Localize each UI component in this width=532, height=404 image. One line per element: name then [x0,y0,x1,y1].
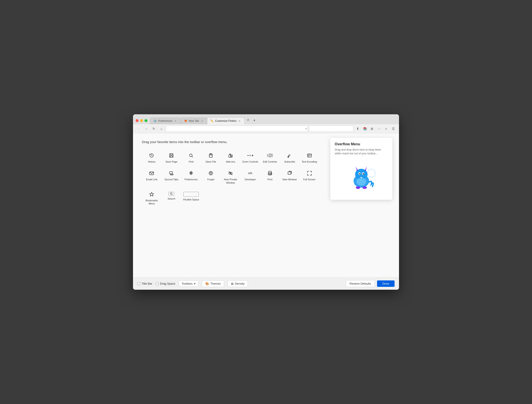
svg-point-63 [360,179,362,181]
more-tools-button[interactable]: » [383,126,389,132]
item-history[interactable]: History [142,150,162,166]
svg-point-33 [210,172,212,174]
tab-customize-title: Customize Firefox [215,119,237,122]
done-button[interactable]: Done [377,280,395,287]
home-button[interactable]: ⌂ [158,126,165,132]
tab-preferences[interactable]: ⚙️ Preferences ✕ [150,117,181,124]
item-new-private-window[interactable]: New Private Window [221,168,241,187]
tab-new-tab[interactable]: 🦊 New Tab ✕ [181,117,207,124]
toolbars-chevron-icon: ▾ [194,282,196,285]
item-new-window[interactable]: New Window [280,168,300,187]
title-bar-checkbox[interactable] [137,282,140,285]
item-developer[interactable]: Developer [240,168,260,187]
svg-rect-39 [269,171,271,173]
svg-rect-29 [170,174,173,175]
main-content: Drag your favorite items into the toolba… [133,133,399,277]
svg-point-61 [356,186,360,189]
density-button[interactable]: ⊞ Density [228,280,248,287]
item-subscribe[interactable]: Subscribe [280,150,300,166]
item-text-encoding[interactable]: Text Encoding [300,150,319,166]
toolbars-dropdown[interactable]: Toolbars ▾ [179,280,199,287]
back-button[interactable]: ← [136,126,142,132]
item-bookmarks-menu[interactable]: Bookmarks Menu [142,189,162,208]
svg-point-53 [359,173,360,175]
svg-point-59 [367,169,375,177]
overflow-mascot-area [335,160,388,195]
search-bar[interactable] [309,126,353,132]
item-email-link[interactable]: Email Link [142,168,162,187]
svg-rect-18 [269,154,271,157]
item-synced-tabs[interactable]: Synced Tabs [162,168,181,187]
item-print[interactable]: Print [260,168,280,187]
density-icon: ⊞ [231,282,234,285]
themes-label: Themes [210,282,221,285]
tab-customize-close[interactable]: ✕ [238,119,241,123]
item-open-file[interactable]: Open File [201,150,221,166]
tab-preferences-close[interactable]: ✕ [174,119,177,123]
item-forget[interactable]: Forget [201,168,221,187]
themes-icon: 🎨 [205,282,209,285]
maximize-button[interactable] [145,119,147,122]
addons-label: Add-ons [226,160,235,163]
app-menu-button[interactable]: ☰ [390,126,396,132]
subscribe-icon [287,153,292,159]
edit-controls-icon [267,153,273,159]
restore-defaults-button[interactable]: Restore Defaults [346,280,375,287]
item-preferences[interactable]: Preferences [181,168,201,187]
item-search[interactable]: Search [162,189,181,208]
forget-icon [208,171,213,177]
drag-space-checkbox-label[interactable]: Drag Space [156,282,175,285]
synced-tabs-button[interactable]: ⊞ [369,126,375,132]
item-save-page[interactable]: Save Page [162,150,181,166]
preferences-icon [189,171,193,177]
drag-space-checkbox[interactable] [156,282,159,285]
search-bar-wrapper: 🔍 [309,126,353,132]
item-zoom-controls[interactable]: Zoom Controls [240,150,260,166]
restore-defaults-label: Restore Defaults [350,282,371,285]
synced-tabs-label: Synced Tabs [165,178,179,181]
url-bar[interactable] [166,126,308,132]
svg-rect-28 [170,172,173,174]
themes-button[interactable]: 🎨 Themes [202,280,224,287]
minimize-button[interactable] [140,119,143,122]
new-private-window-icon [228,171,233,177]
new-tab-icon: 🦊 [184,119,187,122]
close-button[interactable] [136,119,139,122]
preferences-item-label: Preferences [185,178,198,181]
toolbar-right-icons: ⬇ 📚 ⊞ ··· » ☰ [355,126,396,132]
title-bar-checkbox-label[interactable]: Title Bar [137,282,152,285]
title-bar-label: Title Bar [142,282,152,285]
tab-customize[interactable]: ✏️ Customize Firefox ✕ [207,117,245,124]
overflow-panel-description: Drag and drop items here to keep them wi… [335,148,388,156]
forward-button[interactable]: → [143,126,149,132]
browser-window: ⚙️ Preferences ✕ 🦊 New Tab ✕ ✏️ Customiz… [133,114,399,290]
open-file-label: Open File [205,160,216,163]
svg-rect-24 [308,154,311,157]
subscribe-label: Subscribe [284,160,295,163]
synced-tabs-icon [169,171,174,177]
svg-point-55 [360,173,360,174]
history-label: History [148,160,155,163]
downloads-button[interactable]: ⬇ [355,126,361,132]
toolbars-label: Toolbars [182,282,193,285]
svg-rect-6 [209,154,212,157]
item-full-screen[interactable]: Full Screen [300,168,319,187]
bookmarks-menu-label: Bookmarks Menu [143,199,160,205]
full-screen-label: Full Screen [303,178,316,181]
svg-line-5 [192,156,193,157]
svg-line-11 [250,155,250,156]
traffic-lights [136,119,147,124]
save-page-icon [169,153,174,159]
tab-new-tab-close[interactable]: ✕ [200,119,204,123]
bookmarks-sidebar-button[interactable]: 📚 [362,126,368,132]
svg-point-64 [362,181,363,181]
reload-button[interactable]: ↻ [151,126,157,132]
item-addons[interactable]: Add-ons [221,150,241,166]
tabs-overflow-button[interactable]: ▾ [251,117,257,124]
new-tab-button[interactable]: + [245,116,252,124]
item-flexible-space[interactable]: Flexible Space [181,189,201,208]
item-find[interactable]: Find [181,150,201,166]
item-edit-controls[interactable]: Edit Controls [260,150,280,166]
overflow-menu-button[interactable]: ··· [376,126,382,132]
email-link-icon [149,171,154,177]
